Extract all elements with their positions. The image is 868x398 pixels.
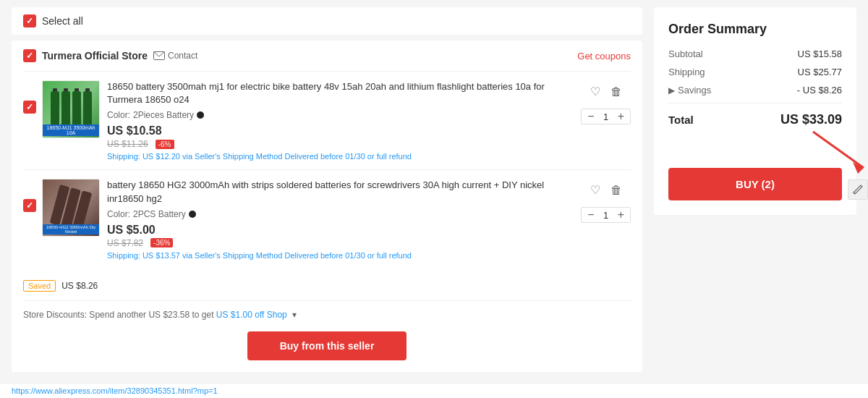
price-old-row-1: US $11.26 -6% — [107, 139, 574, 149]
shipping-value: US $25.77 — [798, 67, 842, 77]
store-left: Turmera Official Store Contact — [23, 49, 197, 62]
discount-link[interactable]: US $1.00 off — [216, 310, 265, 320]
product-title-1: 18650 battery 3500mah mj1 for electric b… — [107, 80, 574, 106]
discount-badge-1: -6% — [156, 140, 174, 149]
product-color-1: Color: 2Pieces Battery — [107, 110, 574, 120]
bottom-url: https://www.aliexpress.com/item/32890345… — [12, 386, 218, 395]
savings-summary-label: Savings — [678, 85, 711, 96]
subtotal-label: Subtotal — [668, 48, 703, 59]
red-arrow-icon — [799, 124, 868, 182]
edit-panel — [848, 179, 868, 200]
contact-button[interactable]: Contact — [153, 51, 197, 61]
subtotal-row: Subtotal US $15.58 — [668, 48, 842, 59]
saved-badge: Saved — [23, 280, 56, 292]
delete-button-2[interactable]: 🗑 — [609, 182, 624, 198]
pencil-icon — [853, 185, 863, 195]
price-old-2: US $7.82 — [107, 238, 143, 248]
product-color-2: Color: 2PCS Battery — [107, 209, 574, 219]
product-image-2[interactable]: 18650-HG2 3000mAh Diy Nickel — [42, 179, 100, 237]
qty-increase-1[interactable]: + — [618, 111, 624, 122]
wishlist-button-2[interactable]: ♡ — [589, 182, 602, 198]
qty-value-1: 1 — [600, 111, 612, 122]
qty-decrease-2[interactable]: − — [587, 209, 594, 221]
product-info-1: 18650 battery 3500mah mj1 for electric b… — [107, 80, 574, 161]
savings-amount: US $8.26 — [61, 281, 98, 291]
action-icons-2: ♡ 🗑 — [589, 182, 624, 198]
qty-control-1: − 1 + — [581, 109, 631, 124]
right-panel-wrapper: Order Summary Subtotal US $15.58 Shippin… — [654, 7, 856, 372]
action-icons-1: ♡ 🗑 — [589, 83, 624, 100]
chevron-down-icon: ▾ — [292, 310, 297, 320]
color-dot-1 — [197, 111, 204, 119]
svg-line-1 — [813, 132, 864, 168]
qty-control-2: − 1 + — [581, 207, 631, 223]
edit-icon[interactable] — [848, 179, 868, 200]
svg-line-3 — [854, 192, 855, 194]
price-old-row-2: US $7.82 -36% — [107, 238, 574, 248]
bottom-url-bar: https://www.aliexpress.com/item/32890345… — [0, 383, 868, 398]
select-all-label: Select all — [42, 15, 83, 27]
product-actions-2: ♡ 🗑 − 1 + — [581, 179, 631, 223]
shipping-label: Shipping — [668, 67, 705, 77]
product-row-inner-2: 18650-HG2 3000mAh Diy Nickel — [23, 179, 100, 237]
store-block: Turmera Official Store Contact Get coupo… — [12, 41, 642, 372]
contact-label: Contact — [168, 51, 197, 61]
total-label: Total — [668, 114, 694, 126]
delete-button-1[interactable]: 🗑 — [609, 83, 624, 100]
shipping-info-1: Shipping: US $12.20 via Seller's Shippin… — [107, 152, 574, 161]
product-info-2: battery 18650 HG2 3000mAh with strips so… — [107, 179, 574, 259]
product-row-2: 18650-HG2 3000mAh Diy Nickel battery 186… — [23, 169, 631, 268]
total-row: Total US $33.09 — [668, 103, 842, 127]
right-panel: Order Summary Subtotal US $15.58 Shippin… — [654, 7, 856, 215]
store-discount-text: Store Discounts: Spend another US $23.58… — [23, 310, 214, 320]
price-old-1: US $11.26 — [107, 139, 148, 149]
store-header: Turmera Official Store Contact Get coupo… — [23, 49, 631, 62]
product-checkbox-1[interactable] — [23, 101, 36, 114]
product-img-label-2: 18650-HG2 3000mAh Diy Nickel — [43, 224, 99, 234]
price-current-2: US $5.00 — [107, 224, 574, 237]
qty-decrease-1[interactable]: − — [587, 111, 594, 122]
store-name: Turmera Official Store — [42, 50, 148, 62]
qty-value-2: 1 — [600, 210, 612, 221]
shipping-info-2: Shipping: US $13.57 via Seller's Shippin… — [107, 251, 574, 260]
wishlist-button-1[interactable]: ♡ — [589, 83, 602, 100]
mail-icon — [153, 51, 165, 60]
get-coupons-button[interactable]: Get coupons — [577, 51, 631, 62]
order-summary: Order Summary Subtotal US $15.58 Shippin… — [654, 7, 856, 215]
product-image-1[interactable]: 18650-MJ1 3500mAh 10A — [42, 80, 100, 138]
store-checkbox[interactable] — [23, 49, 36, 62]
product-title-2: battery 18650 HG2 3000mAh with strips so… — [107, 179, 574, 205]
product-checkbox-2[interactable] — [23, 199, 36, 212]
qty-increase-2[interactable]: + — [618, 209, 624, 221]
select-all-bar: Select all — [12, 7, 642, 35]
price-current-1: US $10.58 — [107, 124, 574, 137]
select-all-checkbox[interactable] — [23, 14, 36, 27]
shop-link[interactable]: Shop — [267, 310, 287, 320]
discount-badge-2: -36% — [150, 238, 173, 247]
product-actions-1: ♡ 🗑 − 1 + — [581, 80, 631, 124]
product-row-inner: 18650-MJ1 3500mAh 10A — [23, 80, 100, 138]
subtotal-value: US $15.58 — [798, 48, 842, 59]
savings-summary-row: ▶ Savings - US $8.26 — [668, 85, 842, 96]
store-discount-row: Store Discounts: Spend another US $23.58… — [23, 300, 631, 320]
color-dot-2 — [189, 211, 196, 218]
product-img-label-1: 18650-MJ1 3500mAh 10A — [43, 124, 99, 136]
shipping-row: Shipping US $25.77 — [668, 67, 842, 77]
order-summary-title: Order Summary — [668, 22, 842, 37]
savings-expand-icon[interactable]: ▶ — [668, 85, 675, 96]
savings-summary-value: - US $8.26 — [797, 85, 842, 96]
buy-seller-wrapper: Buy from this seller — [23, 331, 631, 360]
arrow-wrapper — [668, 139, 842, 175]
savings-row: Saved US $8.26 — [23, 274, 631, 292]
buy-from-seller-button[interactable]: Buy from this seller — [247, 331, 407, 360]
product-row: 18650-MJ1 3500mAh 10A 18650 battery 3500… — [23, 71, 631, 169]
